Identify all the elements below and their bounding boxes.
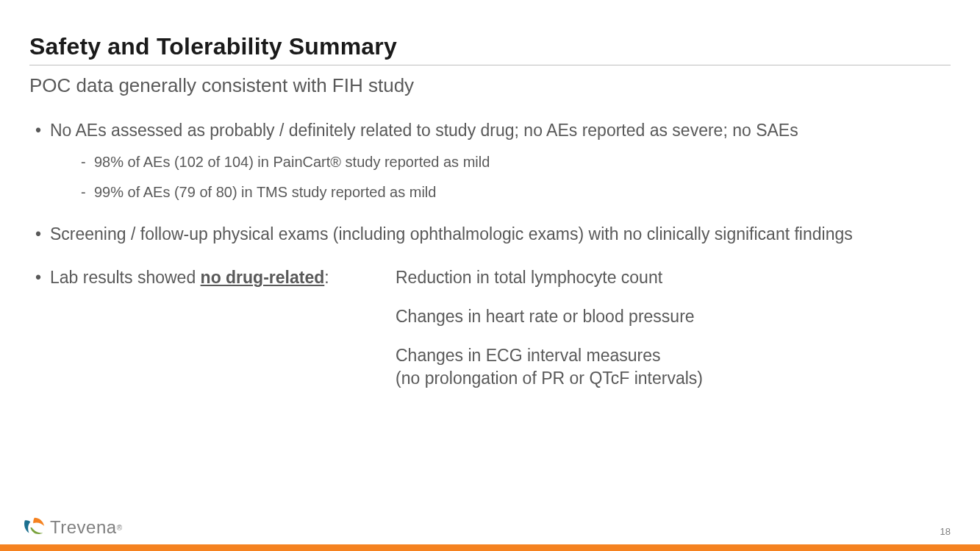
slide-title: Safety and Tolerability Summary <box>29 33 951 60</box>
content-area: No AEs assessed as probably / definitely… <box>0 119 980 406</box>
slide-footer: Trevena® 18 <box>0 515 980 551</box>
lab-emphasized: no drug-related <box>201 268 325 287</box>
bullet-item: No AEs assessed as probably / definitely… <box>29 119 951 202</box>
trevena-mark-icon <box>21 515 49 540</box>
registered-mark-icon: ® <box>117 524 122 532</box>
page-number: 18 <box>940 526 951 540</box>
sub-bullet-list: 98% of AEs (102 of 104) in PainCart® stu… <box>50 152 951 202</box>
sub-bullet-text: 99% of AEs (79 of 80) in TMS study repor… <box>94 184 436 200</box>
sub-bullet-item: 99% of AEs (79 of 80) in TMS study repor… <box>50 182 951 202</box>
slide: Safety and Tolerability Summary POC data… <box>0 0 980 551</box>
lab-prefix: Lab results showed <box>50 268 201 287</box>
bullet-item: Screening / follow-up physical exams (in… <box>29 223 951 246</box>
slide-subtitle: POC data generally consistent with FIH s… <box>29 74 951 97</box>
title-block: Safety and Tolerability Summary POC data… <box>0 0 980 97</box>
lab-finding-line: Changes in ECG interval measures <box>396 346 661 365</box>
brand-logo: Trevena® <box>21 515 122 540</box>
lab-right-list: Reduction in total lymphocyte count Chan… <box>396 266 951 406</box>
sub-bullet-text: 98% of AEs (102 of 104) in PainCart® stu… <box>94 154 490 170</box>
lab-finding: Changes in ECG interval measures (no pro… <box>396 344 951 390</box>
bullet-text: No AEs assessed as probably / definitely… <box>50 121 798 140</box>
title-divider <box>29 65 951 65</box>
lab-finding: Reduction in total lymphocyte count <box>396 266 951 289</box>
sub-bullet-item: 98% of AEs (102 of 104) in PainCart® stu… <box>50 152 951 172</box>
lab-left-text: Lab results showed no drug-related: <box>50 266 396 289</box>
bullet-item: Lab results showed no drug-related: Redu… <box>29 266 951 406</box>
lab-results-row: Lab results showed no drug-related: Redu… <box>50 266 951 406</box>
lab-suffix: : <box>324 268 329 287</box>
footer-row: Trevena® 18 <box>0 515 980 544</box>
bullet-text: Screening / follow-up physical exams (in… <box>50 224 853 243</box>
lab-finding: Changes in heart rate or blood pressure <box>396 305 951 328</box>
footer-accent-bar <box>0 544 980 551</box>
brand-name: Trevena <box>50 517 117 538</box>
lab-finding-line: (no prolongation of PR or QTcF intervals… <box>396 369 703 388</box>
bullet-list: No AEs assessed as probably / definitely… <box>29 119 951 406</box>
